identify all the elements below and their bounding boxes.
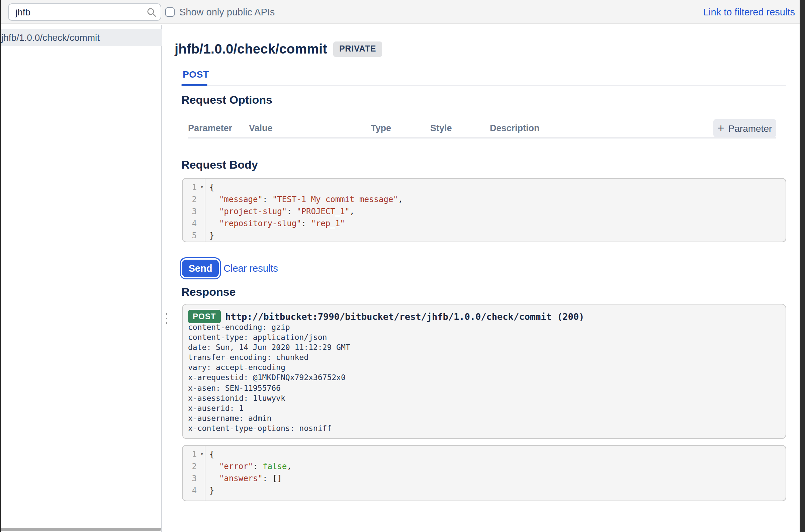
code-line[interactable]: "message": "TEST-1 My commit message",: [209, 193, 786, 206]
public-apis-checkbox-label[interactable]: Show only public APIs: [179, 0, 275, 24]
public-apis-checkbox[interactable]: [165, 7, 175, 17]
response-header-line: date: Sun, 14 Jun 2020 11:12:29 GMT: [188, 343, 350, 353]
tab-active-underline: [181, 84, 207, 86]
send-button[interactable]: Send: [182, 260, 219, 277]
response-header-line: x-arequestid: @1MKDFNQx792x36752x0: [188, 373, 350, 383]
app-window: Show only public APIs Link to filtered r…: [0, 0, 805, 532]
window-left-edge: [0, 0, 1, 532]
sidebar-item[interactable]: jhfb/1.0.0/check/commit: [0, 29, 162, 46]
search-input[interactable]: [9, 4, 160, 20]
request-body-heading: Request Body: [181, 158, 258, 172]
line-number: 3: [183, 472, 205, 484]
response-body-gutter: 1▾234: [183, 446, 206, 500]
code-line[interactable]: "repository-slug": "rep_1": [209, 217, 786, 230]
fold-arrow-icon[interactable]: ▾: [200, 448, 204, 460]
code-line: "answers": []: [209, 472, 786, 484]
line-number: 3: [183, 206, 205, 217]
screen-right-edge: [799, 0, 805, 532]
code-line: {: [209, 448, 786, 460]
line-number: 4: [183, 217, 205, 230]
response-request-url: http://bitbucket:7990/bitbucket/rest/jhf…: [225, 311, 584, 322]
plus-icon: +: [718, 122, 724, 133]
private-badge: PRIVATE: [333, 41, 382, 57]
code-line: "error": false,: [209, 460, 786, 472]
sidebar-resize-handle[interactable]: [165, 313, 169, 324]
column-header-description: Description: [490, 123, 540, 133]
request-options-column-headers: ParameterValueTypeStyleDescription: [188, 123, 540, 133]
page-title: jhfb/1.0.0/check/commit: [175, 41, 327, 57]
request-body-editor[interactable]: 1▾2345 { "message": "TEST-1 My commit me…: [182, 178, 786, 242]
line-number: 2: [183, 460, 205, 472]
response-header-line: content-encoding: gzip: [188, 323, 350, 332]
column-header-value: Value: [249, 123, 371, 133]
line-number: 5: [183, 230, 205, 242]
code-line[interactable]: }: [209, 230, 786, 242]
clear-results-link[interactable]: Clear results: [224, 260, 278, 277]
request-options-header-divider: [188, 137, 776, 138]
tab-post[interactable]: POST: [183, 69, 209, 80]
response-header-line: x-asessionid: 1luwyvk: [188, 393, 350, 403]
code-line[interactable]: {: [209, 182, 786, 193]
add-parameter-label: Parameter: [728, 123, 772, 133]
sidebar: jhfb/1.0.0/check/commit: [0, 25, 162, 532]
code-line[interactable]: "project-slug": "PROJECT_1",: [209, 206, 786, 217]
request-options-heading: Request Options: [181, 94, 272, 107]
link-to-filtered-results[interactable]: Link to filtered results: [703, 0, 795, 24]
response-header-line: x-auserid: 1: [188, 403, 350, 414]
topbar: Show only public APIs Link to filtered r…: [0, 0, 805, 24]
search-box: [8, 3, 161, 21]
response-body-editor: 1▾234 { "error": false, "answers": []}: [182, 445, 786, 501]
fold-arrow-icon[interactable]: ▾: [200, 182, 204, 193]
line-number: 1▾: [183, 182, 205, 193]
column-header-style: Style: [430, 123, 490, 133]
response-panel: POST http://bitbucket:7990/bitbucket/res…: [182, 304, 786, 439]
response-header-line: vary: accept-encoding: [188, 363, 350, 373]
sidebar-horizontal-scrollbar[interactable]: [0, 528, 161, 531]
line-number: 4: [183, 484, 205, 496]
line-number: 1▾: [183, 448, 205, 460]
column-header-parameter: Parameter: [188, 123, 249, 133]
response-header-line: x-ausername: admin: [188, 414, 350, 423]
request-body-gutter: 1▾2345: [183, 179, 206, 242]
code-line: }: [209, 484, 786, 496]
response-body-code: { "error": false, "answers": []}: [206, 446, 786, 500]
response-header-line: transfer-encoding: chunked: [188, 353, 350, 363]
request-body-code[interactable]: { "message": "TEST-1 My commit message",…: [206, 179, 786, 242]
add-parameter-button[interactable]: + Parameter: [713, 119, 776, 137]
response-header-line: x-asen: SEN-11955766: [188, 383, 350, 393]
response-headers-list: content-encoding: gzipcontent-type: appl…: [188, 323, 350, 434]
response-header-line: x-content-type-options: nosniff: [188, 423, 350, 434]
search-icon: [147, 7, 157, 17]
column-header-type: Type: [371, 123, 430, 133]
line-number: 2: [183, 193, 205, 206]
response-header-line: content-type: application/json: [188, 332, 350, 343]
response-heading: Response: [181, 286, 236, 299]
tab-divider-line: [181, 85, 786, 86]
post-method-badge: POST: [188, 310, 221, 323]
